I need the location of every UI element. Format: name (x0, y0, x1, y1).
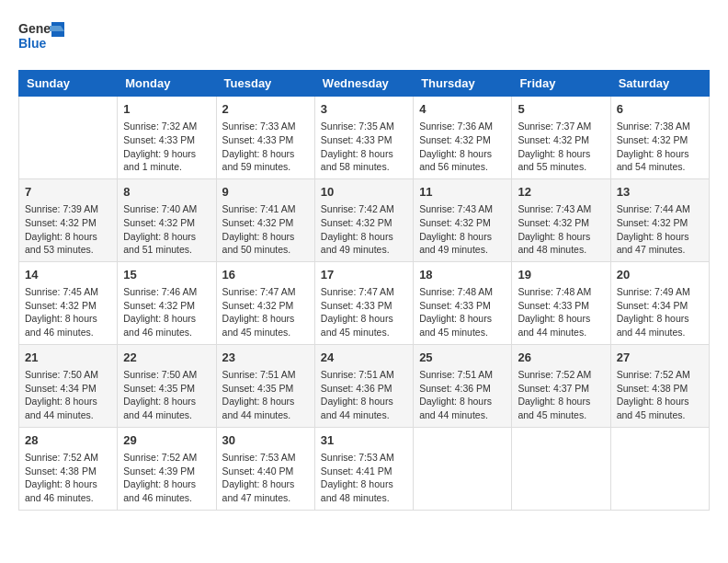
day-number: 4 (419, 101, 506, 118)
calendar-cell: 30Sunrise: 7:53 AM Sunset: 4:40 PM Dayli… (216, 427, 314, 510)
day-number: 7 (25, 184, 111, 201)
day-info: Sunrise: 7:40 AM Sunset: 4:32 PM Dayligh… (123, 203, 197, 255)
calendar-cell (19, 97, 118, 179)
day-number: 14 (25, 267, 111, 283)
day-number: 26 (518, 350, 604, 366)
day-info: Sunrise: 7:46 AM Sunset: 4:32 PM Dayligh… (123, 286, 197, 338)
day-number: 3 (321, 101, 407, 118)
day-number: 23 (222, 350, 309, 366)
day-number: 10 (321, 184, 407, 201)
day-info: Sunrise: 7:52 AM Sunset: 4:38 PM Dayligh… (25, 452, 98, 503)
day-info: Sunrise: 7:51 AM Sunset: 4:35 PM Dayligh… (222, 369, 296, 420)
header-wednesday: Wednesday (314, 71, 413, 97)
calendar-cell: 8Sunrise: 7:40 AM Sunset: 4:32 PM Daylig… (118, 178, 216, 261)
calendar-cell: 19Sunrise: 7:48 AM Sunset: 4:33 PM Dayli… (512, 261, 610, 344)
page-header: GeneralBlue (18, 18, 710, 55)
calendar-cell: 31Sunrise: 7:53 AM Sunset: 4:41 PM Dayli… (314, 427, 413, 510)
calendar-cell: 10Sunrise: 7:42 AM Sunset: 4:32 PM Dayli… (314, 178, 413, 261)
svg-text:Blue: Blue (18, 36, 47, 51)
header-thursday: Thursday (414, 71, 512, 97)
calendar-cell (610, 427, 709, 510)
day-number: 25 (419, 350, 506, 366)
calendar-cell: 15Sunrise: 7:46 AM Sunset: 4:32 PM Dayli… (118, 261, 216, 344)
day-info: Sunrise: 7:45 AM Sunset: 4:32 PM Dayligh… (25, 286, 98, 338)
calendar-week-5: 28Sunrise: 7:52 AM Sunset: 4:38 PM Dayli… (19, 427, 710, 510)
day-info: Sunrise: 7:48 AM Sunset: 4:33 PM Dayligh… (518, 286, 591, 338)
day-number: 6 (617, 101, 703, 118)
calendar-cell: 21Sunrise: 7:50 AM Sunset: 4:34 PM Dayli… (19, 344, 118, 427)
day-number: 2 (222, 101, 309, 118)
day-info: Sunrise: 7:51 AM Sunset: 4:36 PM Dayligh… (419, 369, 493, 420)
header-saturday: Saturday (610, 71, 709, 97)
calendar-cell: 12Sunrise: 7:43 AM Sunset: 4:32 PM Dayli… (512, 178, 610, 261)
calendar-cell: 22Sunrise: 7:50 AM Sunset: 4:35 PM Dayli… (118, 344, 216, 427)
calendar-week-4: 21Sunrise: 7:50 AM Sunset: 4:34 PM Dayli… (19, 344, 710, 427)
calendar-cell: 20Sunrise: 7:49 AM Sunset: 4:34 PM Dayli… (610, 261, 709, 344)
day-number: 11 (419, 184, 506, 201)
calendar-header-row: SundayMondayTuesdayWednesdayThursdayFrid… (19, 71, 710, 97)
calendar-cell: 14Sunrise: 7:45 AM Sunset: 4:32 PM Dayli… (19, 261, 118, 344)
calendar-table: SundayMondayTuesdayWednesdayThursdayFrid… (18, 70, 710, 511)
calendar-cell: 24Sunrise: 7:51 AM Sunset: 4:36 PM Dayli… (314, 344, 413, 427)
calendar-cell: 7Sunrise: 7:39 AM Sunset: 4:32 PM Daylig… (19, 178, 118, 261)
day-info: Sunrise: 7:39 AM Sunset: 4:32 PM Dayligh… (25, 203, 98, 255)
day-number: 18 (419, 267, 506, 283)
calendar-cell: 1Sunrise: 7:32 AM Sunset: 4:33 PM Daylig… (118, 97, 216, 179)
day-number: 12 (518, 184, 604, 201)
calendar-cell: 25Sunrise: 7:51 AM Sunset: 4:36 PM Dayli… (414, 344, 512, 427)
calendar-cell: 16Sunrise: 7:47 AM Sunset: 4:32 PM Dayli… (216, 261, 314, 344)
calendar-cell: 18Sunrise: 7:48 AM Sunset: 4:33 PM Dayli… (414, 261, 512, 344)
day-info: Sunrise: 7:32 AM Sunset: 4:33 PM Dayligh… (123, 121, 197, 172)
day-info: Sunrise: 7:35 AM Sunset: 4:33 PM Dayligh… (321, 121, 394, 172)
day-info: Sunrise: 7:37 AM Sunset: 4:32 PM Dayligh… (518, 121, 591, 172)
day-number: 31 (321, 432, 407, 449)
calendar-week-2: 7Sunrise: 7:39 AM Sunset: 4:32 PM Daylig… (19, 178, 710, 261)
day-info: Sunrise: 7:52 AM Sunset: 4:37 PM Dayligh… (518, 369, 591, 420)
logo-svg: GeneralBlue (18, 18, 64, 55)
day-info: Sunrise: 7:52 AM Sunset: 4:38 PM Dayligh… (617, 369, 690, 420)
day-number: 5 (518, 101, 604, 118)
day-number: 22 (123, 350, 210, 366)
day-info: Sunrise: 7:44 AM Sunset: 4:32 PM Dayligh… (617, 203, 690, 255)
calendar-cell: 3Sunrise: 7:35 AM Sunset: 4:33 PM Daylig… (314, 97, 413, 179)
day-number: 19 (518, 267, 604, 283)
calendar-cell (512, 427, 610, 510)
day-number: 21 (25, 350, 111, 366)
calendar-cell: 11Sunrise: 7:43 AM Sunset: 4:32 PM Dayli… (414, 178, 512, 261)
day-info: Sunrise: 7:48 AM Sunset: 4:33 PM Dayligh… (419, 286, 493, 338)
day-number: 16 (222, 267, 309, 283)
calendar-cell: 9Sunrise: 7:41 AM Sunset: 4:32 PM Daylig… (216, 178, 314, 261)
day-number: 1 (123, 101, 210, 118)
day-number: 28 (25, 432, 111, 449)
day-number: 9 (222, 184, 309, 201)
calendar-cell: 6Sunrise: 7:38 AM Sunset: 4:32 PM Daylig… (610, 97, 709, 179)
calendar-cell: 4Sunrise: 7:36 AM Sunset: 4:32 PM Daylig… (414, 97, 512, 179)
calendar-cell: 28Sunrise: 7:52 AM Sunset: 4:38 PM Dayli… (19, 427, 118, 510)
header-monday: Monday (118, 71, 216, 97)
day-number: 17 (321, 267, 407, 283)
calendar-cell (414, 427, 512, 510)
calendar-cell: 29Sunrise: 7:52 AM Sunset: 4:39 PM Dayli… (118, 427, 216, 510)
calendar-cell: 17Sunrise: 7:47 AM Sunset: 4:33 PM Dayli… (314, 261, 413, 344)
calendar-cell: 27Sunrise: 7:52 AM Sunset: 4:38 PM Dayli… (610, 344, 709, 427)
day-info: Sunrise: 7:36 AM Sunset: 4:32 PM Dayligh… (419, 121, 493, 172)
calendar-cell: 2Sunrise: 7:33 AM Sunset: 4:33 PM Daylig… (216, 97, 314, 179)
day-number: 13 (617, 184, 703, 201)
day-info: Sunrise: 7:33 AM Sunset: 4:33 PM Dayligh… (222, 121, 296, 172)
calendar-cell: 5Sunrise: 7:37 AM Sunset: 4:32 PM Daylig… (512, 97, 610, 179)
day-number: 20 (617, 267, 703, 283)
day-info: Sunrise: 7:47 AM Sunset: 4:32 PM Dayligh… (222, 286, 296, 338)
header-tuesday: Tuesday (216, 71, 314, 97)
calendar-cell: 26Sunrise: 7:52 AM Sunset: 4:37 PM Dayli… (512, 344, 610, 427)
day-info: Sunrise: 7:53 AM Sunset: 4:40 PM Dayligh… (222, 452, 296, 503)
day-number: 24 (321, 350, 407, 366)
day-info: Sunrise: 7:43 AM Sunset: 4:32 PM Dayligh… (518, 203, 591, 255)
day-number: 27 (617, 350, 703, 366)
day-number: 8 (123, 184, 210, 201)
logo: GeneralBlue (18, 18, 64, 55)
day-number: 29 (123, 432, 210, 449)
day-number: 30 (222, 432, 309, 449)
day-info: Sunrise: 7:50 AM Sunset: 4:35 PM Dayligh… (123, 369, 197, 420)
header-sunday: Sunday (19, 71, 118, 97)
day-info: Sunrise: 7:38 AM Sunset: 4:32 PM Dayligh… (617, 121, 690, 172)
